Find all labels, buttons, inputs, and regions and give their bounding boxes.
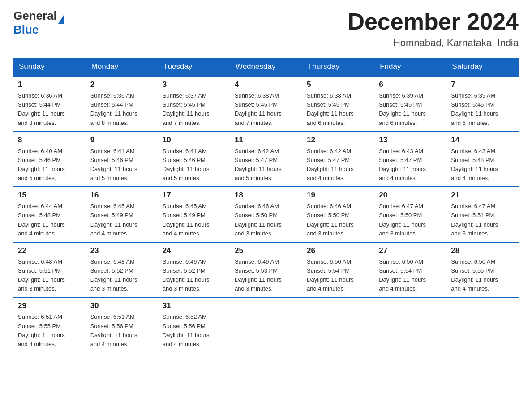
day-info: Sunrise: 6:50 AM Sunset: 5:54 PM Dayligh… — [379, 257, 442, 294]
day-number: 13 — [379, 136, 442, 145]
day-header-tuesday: Tuesday — [158, 58, 230, 76]
day-info: Sunrise: 6:40 AM Sunset: 5:46 PM Dayligh… — [18, 147, 81, 183]
calendar-cell — [230, 297, 302, 352]
day-info: Sunrise: 6:50 AM Sunset: 5:55 PM Dayligh… — [451, 257, 514, 294]
day-number: 14 — [451, 136, 514, 145]
calendar-cell: 28 Sunrise: 6:50 AM Sunset: 5:55 PM Dayl… — [446, 242, 519, 298]
calendar-cell: 13 Sunrise: 6:43 AM Sunset: 5:47 PM Dayl… — [374, 132, 446, 187]
day-number: 6 — [379, 80, 442, 89]
day-info: Sunrise: 6:50 AM Sunset: 5:54 PM Dayligh… — [307, 257, 369, 294]
day-info: Sunrise: 6:51 AM Sunset: 5:56 PM Dayligh… — [90, 313, 153, 349]
week-row-4: 22 Sunrise: 6:48 AM Sunset: 5:51 PM Dayl… — [13, 242, 519, 298]
calendar-cell: 9 Sunrise: 6:41 AM Sunset: 5:46 PM Dayli… — [86, 132, 158, 187]
day-number: 24 — [163, 246, 225, 255]
day-number: 3 — [163, 80, 225, 89]
calendar-cell: 31 Sunrise: 6:52 AM Sunset: 5:56 PM Dayl… — [158, 297, 230, 352]
logo-general-text: General — [13, 9, 57, 23]
page-header: General Blue December 2024 Homnabad, Kar… — [13, 9, 519, 49]
calendar-cell: 27 Sunrise: 6:50 AM Sunset: 5:54 PM Dayl… — [374, 242, 446, 298]
day-info: Sunrise: 6:39 AM Sunset: 5:46 PM Dayligh… — [451, 91, 514, 128]
day-info: Sunrise: 6:44 AM Sunset: 5:48 PM Dayligh… — [18, 202, 81, 238]
calendar-cell: 3 Sunrise: 6:37 AM Sunset: 5:45 PM Dayli… — [158, 76, 230, 132]
calendar-cell — [302, 297, 374, 352]
title-section: December 2024 Homnabad, Karnataka, India — [348, 9, 519, 49]
week-row-2: 8 Sunrise: 6:40 AM Sunset: 5:46 PM Dayli… — [13, 132, 519, 187]
calendar-header-row: SundayMondayTuesdayWednesdayThursdayFrid… — [13, 58, 519, 76]
day-number: 22 — [18, 246, 81, 255]
day-info: Sunrise: 6:47 AM Sunset: 5:51 PM Dayligh… — [451, 202, 514, 238]
day-number: 4 — [235, 80, 297, 89]
day-info: Sunrise: 6:41 AM Sunset: 5:46 PM Dayligh… — [163, 147, 225, 183]
day-header-sunday: Sunday — [13, 58, 86, 76]
day-number: 26 — [307, 246, 369, 255]
week-row-3: 15 Sunrise: 6:44 AM Sunset: 5:48 PM Dayl… — [13, 187, 519, 242]
day-number: 9 — [90, 136, 153, 145]
day-info: Sunrise: 6:43 AM Sunset: 5:48 PM Dayligh… — [451, 147, 514, 183]
day-info: Sunrise: 6:49 AM Sunset: 5:52 PM Dayligh… — [163, 257, 225, 294]
day-info: Sunrise: 6:45 AM Sunset: 5:49 PM Dayligh… — [163, 202, 225, 238]
day-info: Sunrise: 6:38 AM Sunset: 5:45 PM Dayligh… — [235, 91, 297, 128]
calendar-cell: 30 Sunrise: 6:51 AM Sunset: 5:56 PM Dayl… — [86, 297, 158, 352]
day-number: 28 — [451, 246, 514, 255]
day-header-monday: Monday — [86, 58, 158, 76]
calendar-cell: 12 Sunrise: 6:42 AM Sunset: 5:47 PM Dayl… — [302, 132, 374, 187]
day-info: Sunrise: 6:48 AM Sunset: 5:52 PM Dayligh… — [90, 257, 153, 294]
logo-triangle-icon — [58, 14, 64, 24]
day-number: 27 — [379, 246, 442, 255]
week-row-5: 29 Sunrise: 6:51 AM Sunset: 5:55 PM Dayl… — [13, 297, 519, 352]
calendar-cell: 14 Sunrise: 6:43 AM Sunset: 5:48 PM Dayl… — [446, 132, 519, 187]
calendar-cell: 6 Sunrise: 6:39 AM Sunset: 5:45 PM Dayli… — [374, 76, 446, 132]
calendar-cell: 18 Sunrise: 6:46 AM Sunset: 5:50 PM Dayl… — [230, 187, 302, 242]
calendar-cell: 26 Sunrise: 6:50 AM Sunset: 5:54 PM Dayl… — [302, 242, 374, 298]
day-number: 12 — [307, 136, 369, 145]
day-number: 17 — [163, 191, 225, 200]
calendar-cell: 22 Sunrise: 6:48 AM Sunset: 5:51 PM Dayl… — [13, 242, 86, 298]
calendar-cell: 10 Sunrise: 6:41 AM Sunset: 5:46 PM Dayl… — [158, 132, 230, 187]
day-info: Sunrise: 6:42 AM Sunset: 5:47 PM Dayligh… — [235, 147, 297, 183]
day-number: 19 — [307, 191, 369, 200]
day-number: 21 — [451, 191, 514, 200]
day-number: 31 — [163, 301, 225, 310]
calendar-cell: 11 Sunrise: 6:42 AM Sunset: 5:47 PM Dayl… — [230, 132, 302, 187]
day-info: Sunrise: 6:46 AM Sunset: 5:50 PM Dayligh… — [307, 202, 369, 238]
day-info: Sunrise: 6:48 AM Sunset: 5:51 PM Dayligh… — [18, 257, 81, 294]
day-info: Sunrise: 6:46 AM Sunset: 5:50 PM Dayligh… — [235, 202, 297, 238]
day-info: Sunrise: 6:42 AM Sunset: 5:47 PM Dayligh… — [307, 147, 369, 183]
day-number: 30 — [90, 301, 153, 310]
day-number: 8 — [18, 136, 81, 145]
logo-blue-text: Blue — [13, 23, 39, 37]
calendar-cell: 2 Sunrise: 6:36 AM Sunset: 5:44 PM Dayli… — [86, 76, 158, 132]
day-info: Sunrise: 6:47 AM Sunset: 5:50 PM Dayligh… — [379, 202, 442, 238]
day-info: Sunrise: 6:39 AM Sunset: 5:45 PM Dayligh… — [379, 91, 442, 128]
day-number: 5 — [307, 80, 369, 89]
calendar-cell: 20 Sunrise: 6:47 AM Sunset: 5:50 PM Dayl… — [374, 187, 446, 242]
calendar-cell: 8 Sunrise: 6:40 AM Sunset: 5:46 PM Dayli… — [13, 132, 86, 187]
day-info: Sunrise: 6:41 AM Sunset: 5:46 PM Dayligh… — [90, 147, 153, 183]
day-number: 25 — [235, 246, 297, 255]
calendar-subtitle: Homnabad, Karnataka, India — [348, 37, 519, 49]
day-info: Sunrise: 6:38 AM Sunset: 5:45 PM Dayligh… — [307, 91, 369, 128]
calendar-cell: 25 Sunrise: 6:49 AM Sunset: 5:53 PM Dayl… — [230, 242, 302, 298]
calendar-title: December 2024 — [348, 9, 519, 34]
calendar-cell: 5 Sunrise: 6:38 AM Sunset: 5:45 PM Dayli… — [302, 76, 374, 132]
day-info: Sunrise: 6:36 AM Sunset: 5:44 PM Dayligh… — [90, 91, 153, 128]
day-info: Sunrise: 6:36 AM Sunset: 5:44 PM Dayligh… — [18, 91, 81, 128]
calendar-cell: 24 Sunrise: 6:49 AM Sunset: 5:52 PM Dayl… — [158, 242, 230, 298]
day-number: 1 — [18, 80, 81, 89]
day-number: 11 — [235, 136, 297, 145]
calendar-cell: 4 Sunrise: 6:38 AM Sunset: 5:45 PM Dayli… — [230, 76, 302, 132]
day-header-thursday: Thursday — [302, 58, 374, 76]
calendar-cell — [374, 297, 446, 352]
day-number: 7 — [451, 80, 514, 89]
day-number: 18 — [235, 191, 297, 200]
calendar-cell: 19 Sunrise: 6:46 AM Sunset: 5:50 PM Dayl… — [302, 187, 374, 242]
day-number: 23 — [90, 246, 153, 255]
day-info: Sunrise: 6:43 AM Sunset: 5:47 PM Dayligh… — [379, 147, 442, 183]
logo: General Blue — [13, 9, 64, 37]
day-number: 20 — [379, 191, 442, 200]
calendar-cell: 16 Sunrise: 6:45 AM Sunset: 5:49 PM Dayl… — [86, 187, 158, 242]
calendar-cell — [446, 297, 519, 352]
day-header-saturday: Saturday — [446, 58, 519, 76]
calendar-table: SundayMondayTuesdayWednesdayThursdayFrid… — [13, 58, 519, 352]
week-row-1: 1 Sunrise: 6:36 AM Sunset: 5:44 PM Dayli… — [13, 76, 519, 132]
